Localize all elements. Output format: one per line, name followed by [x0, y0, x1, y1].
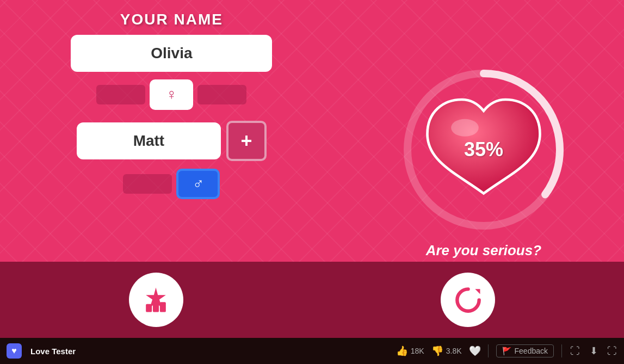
player2-name-input[interactable]: Matt: [77, 122, 221, 159]
fullscreen-icon: ⛶: [607, 346, 617, 356]
result-message: Are you serious?: [426, 242, 541, 259]
player2-row: Matt +: [77, 121, 267, 161]
gender-bar-left: [96, 85, 145, 104]
popout-icon: ⛶: [570, 346, 580, 356]
heart-save-button[interactable]: 🤍: [469, 346, 480, 356]
heart-icon: 🤍: [469, 346, 480, 356]
love-meter-circle: 35%: [402, 68, 565, 231]
feedback-button[interactable]: 🚩 Feedback: [496, 344, 554, 357]
heart-container: 35%: [421, 92, 546, 207]
plus-icon: +: [240, 131, 252, 151]
right-panel: 35% Are you serious?: [343, 0, 624, 338]
heart-shine: [451, 119, 479, 137]
gender-bar-right: [197, 85, 246, 104]
gender-bar2-left: [123, 174, 172, 194]
feedback-label: Feedback: [515, 347, 548, 355]
add-player-button[interactable]: +: [226, 121, 267, 161]
fullscreen-button[interactable]: ⛶: [607, 346, 617, 356]
taskbar: ♥ Love Tester 👍 18K 👎 3.8K 🤍 🚩: [0, 338, 624, 364]
download-icon: ⬇: [588, 346, 599, 356]
dislike-count: 3.8K: [446, 347, 462, 355]
game-icon-symbol: ♥: [11, 346, 17, 356]
download-button[interactable]: ⬇: [588, 346, 599, 356]
game-title: Love Tester: [30, 347, 76, 356]
divider2: [561, 344, 562, 357]
dislike-button[interactable]: 👎 3.8K: [432, 346, 462, 356]
male-icon: ♂: [193, 175, 204, 193]
player1-name-input[interactable]: Olivia: [71, 35, 272, 72]
like-button[interactable]: 👍 18K: [397, 346, 424, 356]
player2-gender-row: ♂: [123, 169, 220, 199]
your-name-label: YOUR NAME: [120, 11, 223, 28]
thumbs-down-icon: 👎: [432, 346, 443, 356]
player1-gender-row: ♀: [96, 79, 246, 110]
popout-button[interactable]: ⛶: [570, 346, 580, 356]
like-count: 18K: [411, 347, 424, 355]
player2-male-btn[interactable]: ♂: [176, 169, 220, 199]
action-group: 👍 18K 👎 3.8K 🤍 🚩 Feedback ⛶: [397, 344, 617, 357]
love-percentage: 35%: [464, 138, 503, 161]
game-icon: ♥: [7, 343, 22, 359]
left-panel: YOUR NAME Olivia ♀ Matt +: [0, 0, 343, 338]
player1-female-btn[interactable]: ♀: [150, 79, 193, 110]
divider1: [488, 344, 489, 357]
female-icon: ♀: [166, 86, 177, 103]
thumbs-up-icon: 👍: [397, 346, 407, 356]
game-area: YOUR NAME Olivia ♀ Matt +: [0, 0, 624, 338]
flag-icon: 🚩: [502, 347, 511, 355]
